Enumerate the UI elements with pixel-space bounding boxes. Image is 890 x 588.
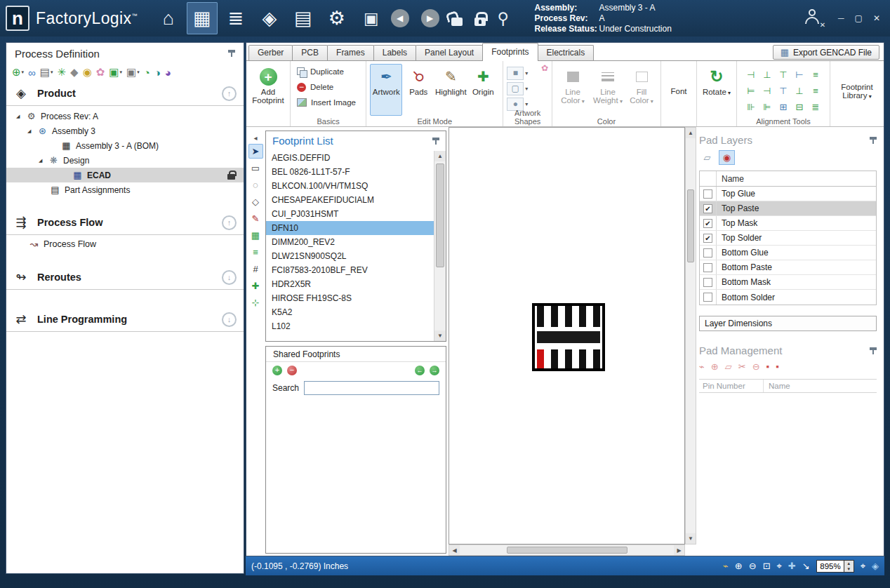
alignment-tool-icon[interactable]: ⊤ xyxy=(776,83,790,98)
fill-color-button[interactable]: Fill Color xyxy=(626,64,657,116)
scroll-thumb[interactable] xyxy=(436,163,444,267)
toolbar-icon[interactable]: ▣ xyxy=(126,66,140,79)
footprint-list-item[interactable]: FCI87583-2010BLF_REV xyxy=(266,263,434,277)
collapse-up-icon[interactable]: ↑ xyxy=(222,215,237,230)
delete-button[interactable]: − Delete xyxy=(294,79,362,95)
user-account-icon[interactable]: ✕ xyxy=(802,9,823,27)
zoom-increase-button[interactable] xyxy=(844,561,854,566)
pad-layer-row[interactable]: Top Solder xyxy=(700,231,876,246)
module-button[interactable]: ⚙ xyxy=(321,2,352,34)
module-button[interactable]: ▤ xyxy=(288,2,319,34)
process-flow-section-header[interactable]: ⇶ Process Flow ↑ xyxy=(6,210,244,235)
tree-node[interactable]: ▦ ECAD xyxy=(6,168,244,182)
toolbar-icon[interactable]: ✳ xyxy=(58,66,67,79)
pad-layer-row[interactable]: Top Glue xyxy=(700,187,876,201)
layer-checkbox[interactable] xyxy=(703,234,712,243)
pad[interactable] xyxy=(593,306,600,327)
pad-management-tool-icon[interactable]: ▪ xyxy=(776,361,779,372)
user-search-icon[interactable]: ⚲ xyxy=(498,9,510,28)
footprint-drawing[interactable] xyxy=(532,303,605,371)
add-footprint-button[interactable]: + Add Footprint xyxy=(250,64,286,116)
pad[interactable] xyxy=(551,306,558,327)
scroll-thumb[interactable] xyxy=(687,189,694,262)
line-weight-button[interactable]: Line Weight xyxy=(590,64,626,116)
shape-dropdown-caret[interactable]: ▾ xyxy=(525,101,528,107)
collapse-up-icon[interactable]: ↑ xyxy=(222,86,237,101)
pad-layer-row[interactable]: Bottom Solder xyxy=(700,290,876,305)
tree-node[interactable]: ▤ Part Assignments xyxy=(6,182,244,197)
move-left-button[interactable]: ← xyxy=(415,366,425,375)
edit-tool-icon[interactable]: ⊹ xyxy=(248,295,263,310)
toolbar-icon[interactable]: ▣ xyxy=(109,66,122,79)
edit-tool-icon[interactable]: ≡ xyxy=(248,245,263,260)
toolbar-icon[interactable]: ◉ xyxy=(83,66,92,79)
line-color-button[interactable]: Line Color xyxy=(556,64,590,116)
alignment-tool-icon[interactable]: ⊣ xyxy=(760,83,774,98)
add-shared-button[interactable]: + xyxy=(272,366,282,375)
shape-button[interactable]: ■ xyxy=(507,67,524,80)
footprint-list-item[interactable]: CHESAPEAKEFIDUCIALM xyxy=(266,193,434,207)
status-tool-icon[interactable]: ◈ xyxy=(872,561,879,571)
footprint-list-item[interactable]: DFN10 xyxy=(266,221,434,235)
footprint-list-item[interactable]: BLKCON.100/VH/TM1SQ xyxy=(266,179,434,193)
canvas-horizontal-scrollbar[interactable] xyxy=(449,544,685,556)
edit-tool-icon[interactable]: ▦ xyxy=(248,228,263,243)
pad-layer-row[interactable]: Top Paste xyxy=(700,201,876,216)
tree-node[interactable]: ▦ Assembly 3 - A (BOM) xyxy=(6,138,244,153)
status-tool-icon[interactable]: ✚ xyxy=(788,561,796,571)
footprint-list-item[interactable]: DLW21SN900SQ2L xyxy=(266,249,434,263)
toolbar-icon[interactable]: ◆ xyxy=(70,66,79,79)
edit-tool-icon[interactable]: ✎ xyxy=(248,211,263,226)
status-tool-icon[interactable]: ⊕ xyxy=(735,561,743,571)
module-button[interactable]: ⌂ xyxy=(153,2,184,34)
window-control-button[interactable]: ─ xyxy=(838,13,844,23)
toolbar-icon[interactable]: ∞ xyxy=(28,67,36,79)
alignment-tool-icon[interactable]: ⊥ xyxy=(760,67,774,81)
alignment-tool-icon[interactable]: ⊪ xyxy=(744,100,758,114)
pin-icon[interactable] xyxy=(432,137,439,145)
artwork-canvas[interactable] xyxy=(449,127,685,544)
pad-layer-row[interactable]: Bottom Mask xyxy=(700,275,876,290)
pad-management-tool-icon[interactable]: ✂ xyxy=(738,361,746,372)
alignment-tool-icon[interactable]: ⊞ xyxy=(776,100,790,114)
alignment-tool-icon[interactable]: ⊫ xyxy=(760,100,774,114)
footprint-list-item[interactable]: AEGIS.DEFFID xyxy=(266,151,434,165)
rotate-button[interactable]: ↻ Rotate xyxy=(700,64,733,116)
zoom-value[interactable]: 895% xyxy=(816,560,844,573)
module-button[interactable]: ◈ xyxy=(254,2,285,34)
save-icon[interactable]: ▣ xyxy=(364,9,379,28)
alignment-tool-icon[interactable]: ⊥ xyxy=(792,83,806,98)
scroll-up-arrow[interactable] xyxy=(686,128,696,138)
pad[interactable] xyxy=(537,349,544,368)
layer-checkbox[interactable] xyxy=(703,263,712,272)
pad-layer-row[interactable]: Top Mask xyxy=(700,216,876,231)
status-tool-icon[interactable]: ⌁ xyxy=(723,561,729,571)
footprint-list-scrollbar[interactable] xyxy=(434,151,446,341)
module-button[interactable]: ≣ xyxy=(220,2,251,34)
canvas-vertical-scrollbar[interactable] xyxy=(685,127,696,544)
layer-view-icon[interactable]: ▱ xyxy=(699,150,715,165)
edit-tool-icon[interactable]: ➤ xyxy=(248,144,263,159)
pin-icon[interactable] xyxy=(870,347,877,355)
tab[interactable]: Labels xyxy=(373,45,416,60)
edit-tool-icon[interactable]: ◇ xyxy=(248,194,263,209)
layer-checkbox[interactable] xyxy=(703,293,712,302)
export-gencad-button[interactable]: ▦ Export GENCAD File xyxy=(773,45,879,60)
alignment-tool-icon[interactable]: ≡ xyxy=(809,83,823,98)
strip-collapse-icon[interactable]: ◂ xyxy=(253,134,257,142)
footprint-list-item[interactable]: L102 xyxy=(266,319,434,333)
pad[interactable] xyxy=(551,349,558,368)
window-control-button[interactable]: ▢ xyxy=(855,13,863,23)
unlock-icon[interactable] xyxy=(451,18,463,26)
status-tool-icon[interactable]: ⊡ xyxy=(763,561,771,571)
pad-management-tool-icon[interactable]: ⊕ xyxy=(711,361,719,372)
edit-tool-icon[interactable]: ▭ xyxy=(248,161,263,175)
toolbar-icon[interactable]: ⊕ xyxy=(12,66,24,79)
layer-checkbox[interactable] xyxy=(703,219,712,228)
edit-mode-button[interactable]: ✎ Highlight xyxy=(434,64,467,116)
scroll-left-arrow[interactable] xyxy=(449,545,460,555)
layer-checkbox[interactable] xyxy=(703,248,712,258)
tree-node[interactable]: ❋ Design xyxy=(6,153,244,168)
collapse-down-icon[interactable]: ↓ xyxy=(222,312,237,327)
shape-dropdown-caret[interactable]: ▾ xyxy=(525,70,528,76)
